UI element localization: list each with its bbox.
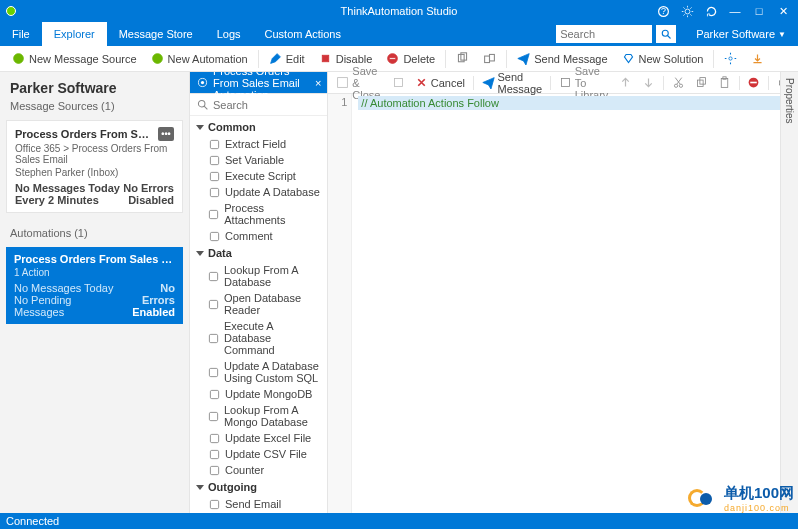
minimize-button[interactable]: —: [728, 5, 742, 17]
action-item-icon: [208, 138, 220, 150]
tree-action-item[interactable]: Counter: [190, 462, 327, 478]
code-line: // Automation Actions Follow: [361, 97, 499, 109]
svg-rect-12: [485, 56, 490, 63]
palette-search-input[interactable]: [213, 99, 328, 111]
svg-rect-26: [209, 300, 217, 308]
svg-rect-7: [322, 55, 329, 62]
toolbar-export-button[interactable]: [745, 48, 770, 70]
menu-logs[interactable]: Logs: [205, 22, 253, 46]
app-icon: [6, 6, 16, 16]
message-source-card[interactable]: Process Orders From Sale...••• Office 36…: [6, 120, 183, 213]
tree-action-item[interactable]: Execute Script: [190, 168, 327, 184]
svg-point-14: [729, 57, 732, 60]
menu-explorer[interactable]: Explorer: [42, 22, 107, 46]
help-icon[interactable]: ?: [656, 5, 670, 18]
editor-pane: Save & Close Cancel Send Message Save To…: [328, 72, 798, 513]
tree-action-item[interactable]: Lookup From A Database: [190, 262, 327, 290]
svg-rect-25: [209, 272, 217, 280]
paste-button[interactable]: [714, 76, 735, 89]
source-path: Office 365 > Process Orders From Sales E…: [15, 143, 174, 165]
cancel-button[interactable]: Cancel: [411, 76, 469, 89]
svg-point-43: [674, 84, 677, 87]
new-automation-button[interactable]: New Automation: [145, 48, 254, 70]
editor-copy-button[interactable]: [691, 76, 712, 89]
tree-group[interactable]: Data: [190, 244, 327, 262]
svg-rect-20: [210, 156, 218, 164]
tree-group[interactable]: Outgoing: [190, 478, 327, 496]
new-solution-button[interactable]: New Solution: [616, 48, 710, 70]
tree-action-item[interactable]: Extract Field: [190, 136, 327, 152]
global-search-input[interactable]: [556, 25, 652, 43]
global-search-button[interactable]: [656, 25, 676, 43]
svg-rect-33: [210, 466, 218, 474]
svg-rect-23: [210, 210, 218, 218]
tree-action-item[interactable]: Update CSV File: [190, 446, 327, 462]
svg-rect-40: [338, 78, 348, 88]
action-item-icon: [208, 388, 220, 400]
source-mailbox: Stephen Parker (Inbox): [15, 167, 174, 178]
source-name: Process Orders From Sale...: [15, 128, 154, 140]
new-message-source-button[interactable]: New Message Source: [6, 48, 143, 70]
duplicate-button[interactable]: [477, 48, 502, 70]
delete-line-button[interactable]: [743, 76, 764, 89]
svg-rect-50: [751, 82, 758, 84]
action-item-icon: [208, 170, 220, 182]
tree-action-item[interactable]: Update MongoDB: [190, 386, 327, 402]
source-options-icon[interactable]: •••: [158, 127, 174, 141]
tree-action-item[interactable]: Send Email: [190, 496, 327, 512]
svg-point-17: [198, 100, 205, 107]
svg-point-6: [152, 54, 162, 64]
tree-action-item[interactable]: Open Database Reader: [190, 290, 327, 318]
move-up-button[interactable]: [615, 76, 636, 89]
svg-rect-42: [561, 78, 569, 86]
tree-action-item[interactable]: Lookup From A Mongo Database: [190, 402, 327, 430]
svg-rect-21: [210, 172, 218, 180]
close-button[interactable]: ✕: [776, 5, 790, 18]
tree-action-item[interactable]: Process Attachments: [190, 200, 327, 228]
tree-action-item[interactable]: Comment: [190, 228, 327, 244]
delete-button[interactable]: Delete: [380, 48, 441, 70]
tree-action-item[interactable]: Set Variable: [190, 152, 327, 168]
action-item-icon: [208, 154, 220, 166]
copy-button[interactable]: [450, 48, 475, 70]
action-item-icon: [208, 208, 219, 220]
cut-button[interactable]: [668, 76, 689, 89]
action-item-icon: [208, 186, 220, 198]
settings-icon[interactable]: [680, 5, 694, 18]
svg-rect-34: [210, 500, 218, 508]
line-number: 1: [332, 96, 347, 108]
action-item-icon: [208, 448, 220, 460]
save-button: [388, 76, 409, 89]
svg-rect-41: [394, 78, 402, 86]
edit-button[interactable]: Edit: [263, 48, 311, 70]
tree-action-item[interactable]: Execute A Database Command: [190, 318, 327, 358]
window-title: ThinkAutomation Studio: [341, 5, 458, 17]
properties-panel-tab[interactable]: Properties: [780, 72, 798, 513]
menu-custom-actions[interactable]: Custom Actions: [253, 22, 353, 46]
editor-send-message-button[interactable]: Send Message: [478, 71, 547, 95]
code-editor[interactable]: // Automation Actions Follow: [352, 94, 798, 513]
maximize-button[interactable]: □: [752, 5, 766, 17]
tree-action-item[interactable]: Update A Database Using Custom SQL: [190, 358, 327, 386]
move-down-button[interactable]: [638, 76, 659, 89]
svg-rect-9: [390, 58, 397, 60]
svg-rect-30: [209, 412, 217, 420]
user-menu[interactable]: Parker Software ▼: [684, 22, 798, 46]
tree-action-item[interactable]: Update A Database: [190, 184, 327, 200]
tab-close-icon[interactable]: ×: [315, 77, 321, 89]
menu-message-store[interactable]: Message Store: [107, 22, 205, 46]
svg-point-2: [685, 9, 690, 14]
action-item-icon: [208, 332, 219, 344]
svg-rect-32: [210, 450, 218, 458]
refresh-icon[interactable]: [704, 5, 718, 18]
svg-rect-27: [209, 334, 217, 342]
tree-action-item[interactable]: Remove Scheduled Outgoing Message: [190, 512, 327, 513]
svg-point-3: [662, 30, 668, 36]
tree-action-item[interactable]: Update Excel File: [190, 430, 327, 446]
sidebar: Parker Software Message Sources (1) Proc…: [0, 72, 190, 513]
menu-file[interactable]: File: [0, 22, 42, 46]
toolbar-settings-button[interactable]: [718, 48, 743, 70]
automation-card[interactable]: Process Orders From Sales E... 1 Action …: [6, 247, 183, 324]
tree-group[interactable]: Common: [190, 118, 327, 136]
automation-tab[interactable]: Process Orders From Sales Email Automati…: [190, 72, 327, 93]
